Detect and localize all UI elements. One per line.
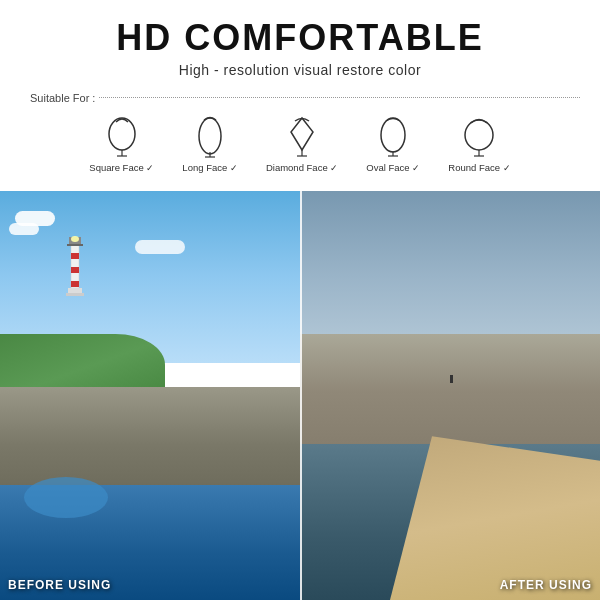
face-item-long: Long Face ✓ [182, 114, 238, 173]
svg-rect-17 [71, 281, 79, 287]
svg-rect-15 [71, 253, 79, 259]
cloud2 [9, 223, 39, 235]
figure-right [450, 375, 453, 383]
after-panel: AFTER USING [300, 191, 600, 600]
suitable-row: Suitable For : [20, 92, 580, 104]
face-item-round: Round Face ✓ [448, 114, 510, 173]
svg-point-0 [109, 118, 135, 150]
oval-face-label: Oval Face ✓ [366, 162, 420, 173]
after-label: AFTER USING [500, 578, 592, 592]
long-face-label: Long Face ✓ [182, 162, 238, 173]
before-panel: BEFORE USING [0, 191, 300, 600]
page-container: HD COMFORTABLE High - resolution visual … [0, 0, 600, 600]
top-section: HD COMFORTABLE High - resolution visual … [0, 0, 600, 191]
main-title: HD COMFORTABLE [20, 18, 580, 58]
svg-rect-22 [66, 293, 84, 296]
diamond-face-label: Diamond Face ✓ [266, 162, 338, 173]
oval-face-icon [375, 114, 411, 158]
dotted-divider [99, 97, 580, 98]
diamond-face-icon [284, 114, 320, 158]
svg-point-3 [199, 118, 221, 154]
before-label: BEFORE USING [8, 578, 111, 592]
svg-point-11 [465, 120, 493, 150]
round-face-label: Round Face ✓ [448, 162, 510, 173]
face-item-diamond: Diamond Face ✓ [266, 114, 338, 173]
svg-rect-19 [67, 244, 83, 246]
comparison-divider [300, 191, 302, 600]
svg-point-8 [381, 118, 405, 152]
long-face-icon [192, 114, 228, 158]
tide-pool [24, 477, 108, 518]
face-shapes-row: Square Face ✓ Long Face ✓ [20, 114, 580, 181]
svg-rect-16 [71, 267, 79, 273]
cloud3 [135, 240, 185, 254]
svg-point-20 [71, 236, 79, 242]
subtitle: High - resolution visual restore color [20, 62, 580, 78]
lighthouse-svg [60, 223, 90, 303]
suitable-label: Suitable For : [30, 92, 95, 104]
face-item-square: Square Face ✓ [89, 114, 154, 173]
square-face-label: Square Face ✓ [89, 162, 154, 173]
svg-rect-21 [68, 288, 82, 293]
round-face-icon [461, 114, 497, 158]
image-comparison-section: BEFORE USING AFTER USING [0, 191, 600, 600]
face-item-oval: Oval Face ✓ [366, 114, 420, 173]
square-face-icon [104, 114, 140, 158]
